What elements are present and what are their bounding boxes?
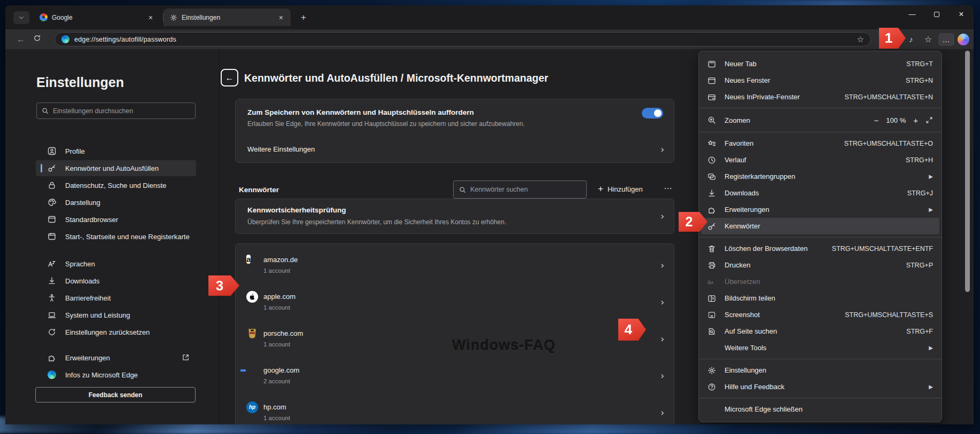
sidebar-item-label: Standardbrowser: [65, 216, 118, 224]
send-feedback-button[interactable]: Feedback senden: [35, 387, 196, 403]
chevron-right-icon[interactable]: ›: [660, 407, 664, 418]
menu-item-erweiterungen[interactable]: Erweiterungen ▶: [699, 201, 942, 218]
menu-item-shortcut: STRG+UMSCHALTTASTE+O: [844, 140, 933, 147]
chevron-right-icon[interactable]: ›: [660, 297, 664, 307]
page-scrollbar[interactable]: [965, 51, 970, 424]
menu-item-verlauf[interactable]: Verlauf STRG+H: [699, 152, 942, 168]
chevron-right-icon[interactable]: ›: [660, 260, 664, 271]
windows-faq-watermark: Windows-FAQ: [452, 337, 556, 354]
chevron-right-icon[interactable]: ›: [660, 144, 664, 155]
back-button[interactable]: ←: [221, 69, 238, 86]
url-text[interactable]: edge://settings/autofill/passwords: [74, 36, 857, 43]
maximize-button[interactable]: [924, 5, 949, 23]
tab-google[interactable]: Google ×: [33, 9, 160, 26]
sidebar-item-profile[interactable]: Profile: [36, 143, 196, 159]
reload-icon[interactable]: [29, 34, 45, 44]
menu-item-label: Zoomen: [725, 116, 750, 124]
save-passwords-toggle[interactable]: [642, 108, 663, 119]
settings-search-input[interactable]: Einstellungen durchsuchen: [36, 102, 196, 119]
screenshot-icon: [707, 311, 716, 319]
zoom-out-button[interactable]: −: [874, 116, 879, 125]
menu-item-label: Neues Fenster: [725, 76, 770, 84]
password-row-hp[interactable]: hp hp.com 1 account ›: [236, 394, 674, 424]
menu-item-weitere-tools[interactable]: Weitere Tools ▶: [699, 340, 942, 356]
menu-item-registerkartengruppen[interactable]: Registerkartengruppen ▶: [699, 168, 942, 185]
menu-item-auf-seite-suchen[interactable]: Auf Seite suchen STRG+F: [699, 323, 942, 340]
menu-item-label: Erweiterungen: [725, 206, 769, 214]
menu-item-bildschirm-teilen[interactable]: Bildschirm teilen: [699, 290, 942, 306]
badge-number: 1: [879, 30, 898, 46]
tab-close-icon[interactable]: ×: [277, 13, 285, 22]
fullscreen-icon[interactable]: [925, 116, 933, 124]
passwords-more-actions-button[interactable]: …: [664, 182, 673, 191]
copilot-icon[interactable]: [958, 34, 969, 45]
menu-item-inprivate-fenster[interactable]: Neues InPrivate-Fenster STRG+UMSCHALTTAS…: [699, 89, 942, 105]
menu-item-label: Übersetzen: [725, 278, 760, 286]
browser-window: Google × Einstellungen × + — × ← edge://…: [5, 5, 974, 424]
sidebar-item-system[interactable]: System und Leistung: [36, 307, 196, 323]
menu-item-browserdaten-loeschen[interactable]: Löschen der Browserdaten STRG+UMSCHALTTA…: [699, 240, 942, 257]
sidebar-item-kennwoerter[interactable]: Kennwörter und AutoAusfüllen: [36, 160, 196, 176]
menu-item-shortcut: STRG+T: [906, 60, 933, 68]
zoom-controls: − 100 % +: [874, 116, 933, 125]
sidebar-item-sprachen[interactable]: Sprachen: [36, 256, 196, 272]
sidebar-item-standardbrowser[interactable]: Standardbrowser: [36, 211, 196, 227]
security-check-subtitle: Überprüfen Sie Ihre gespeicherten Kennwö…: [247, 218, 506, 226]
chevron-right-icon[interactable]: ›: [660, 370, 664, 381]
menu-item-downloads[interactable]: Downloads STRG+J: [699, 185, 942, 201]
menu-item-kennwoerter[interactable]: Kennwörter: [701, 218, 939, 234]
sidebar-item-zuruecksetzen[interactable]: Einstellungen zurücksetzen: [36, 324, 196, 340]
edge-overflow-menu: Neuer Tab STRG+T Neues Fenster STRG+N Ne…: [698, 51, 942, 422]
password-row-apple[interactable]: apple.com 1 account ›: [236, 284, 674, 321]
menu-item-hilfe-und-feedback[interactable]: Hilfe und Feedback ▶: [699, 378, 942, 395]
password-row-amazon[interactable]: a amazon.de 1 account ›: [236, 247, 674, 284]
password-health-card[interactable]: Kennwortsicherheitsprüfung Überprüfen Si…: [235, 199, 674, 234]
password-search-input[interactable]: Kennwörter suchen: [453, 180, 587, 199]
tab-einstellungen[interactable]: Einstellungen ×: [164, 9, 291, 26]
favorites-icon[interactable]: ☆: [921, 33, 935, 46]
languages-icon: [48, 259, 56, 268]
sidebar-item-startseite[interactable]: Start-, Startseite und neue Registerkart…: [36, 228, 196, 244]
settings-and-more-button[interactable]: …: [938, 33, 954, 46]
minimize-button[interactable]: —: [900, 5, 924, 23]
more-settings-link[interactable]: Weitere Einstellungen: [247, 145, 315, 153]
menu-item-neuer-tab[interactable]: Neuer Tab STRG+T: [699, 56, 942, 72]
scrollbar-thumb[interactable]: [965, 51, 970, 292]
sidebar-item-datenschutz[interactable]: Datenschutz, Suche und Dienste: [36, 177, 196, 193]
add-password-button[interactable]: + Hinzufügen: [598, 184, 643, 194]
zoom-in-button[interactable]: +: [913, 116, 918, 125]
sidebar-item-label: Barrierefreiheit: [65, 294, 111, 302]
tab-title: Google: [52, 14, 146, 21]
close-button[interactable]: ×: [949, 5, 974, 23]
tab-close-icon[interactable]: ×: [146, 13, 155, 22]
menu-item-shortcut: STRG+N: [906, 77, 933, 84]
sidebar-item-downloads[interactable]: Downloads: [36, 273, 196, 289]
puzzle-icon: [48, 353, 56, 362]
menu-item-favoriten[interactable]: Favoriten STRG+UMSCHALTTASTE+O: [699, 135, 942, 152]
chevron-right-icon[interactable]: ›: [660, 334, 664, 344]
back-icon[interactable]: ←: [13, 35, 29, 44]
chevron-down-icon: [18, 14, 25, 21]
menu-item-label: Neuer Tab: [725, 60, 757, 68]
menu-item-einstellungen[interactable]: Einstellungen: [699, 362, 942, 378]
password-domain: google.com: [263, 366, 299, 374]
maximize-icon: [934, 12, 939, 17]
menu-item-neues-fenster[interactable]: Neues Fenster STRG+N: [699, 72, 942, 89]
sidebar-item-erweiterungen[interactable]: Erweiterungen: [36, 350, 196, 366]
sidebar-item-barrierefreiheit[interactable]: Barrierefreiheit: [36, 290, 196, 306]
password-row-google[interactable]: google.com 2 account ›: [236, 358, 674, 394]
plus-icon: +: [598, 184, 603, 194]
sidebar-item-darstellung[interactable]: Darstellung: [36, 194, 196, 210]
password-account-count: 1 account: [263, 341, 290, 348]
media-control-icon[interactable]: ♪: [904, 33, 918, 46]
address-bar[interactable]: edge://settings/autofill/passwords ☆: [55, 32, 871, 46]
menu-item-edge-schliessen[interactable]: Microsoft Edge schließen: [699, 401, 942, 417]
passwords-section-label: Kennwörter: [239, 186, 279, 194]
favorite-star-icon[interactable]: ☆: [857, 35, 864, 44]
new-tab-button[interactable]: +: [297, 12, 310, 23]
menu-item-screenshot[interactable]: Screenshot STRG+UMSCHALTTASTE+S: [699, 306, 942, 323]
tab-search-button[interactable]: [13, 11, 29, 24]
menu-item-drucken[interactable]: Drucken STRG+P: [699, 257, 942, 273]
laptop-icon: [48, 311, 56, 319]
sidebar-item-infos[interactable]: Infos zu Microsoft Edge: [36, 367, 196, 383]
